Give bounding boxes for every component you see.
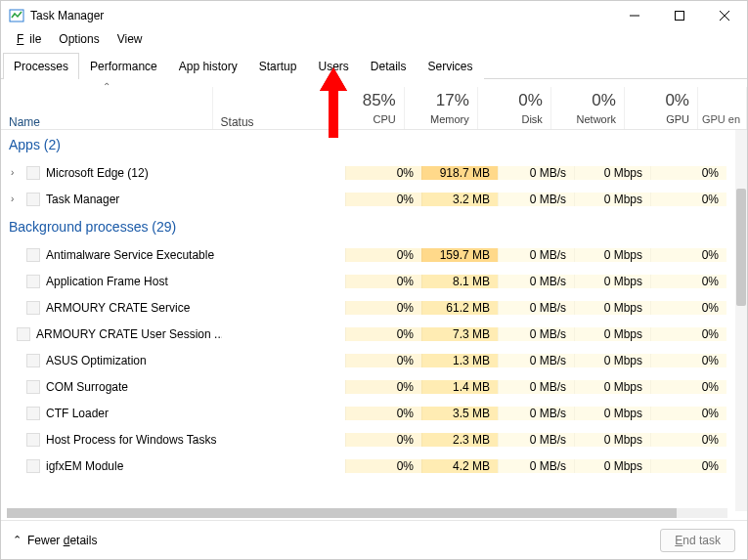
tab-services[interactable]: Services (418, 53, 484, 79)
mem-cell: 1.3 MB (421, 354, 498, 367)
process-icon (26, 380, 40, 394)
tabbar: Processes Performance App history Startu… (1, 52, 747, 79)
gpu-cell: 0% (650, 380, 726, 394)
gpu-usage-pct: 0% (629, 91, 689, 110)
process-icon (26, 354, 40, 367)
table-row[interactable]: ARMOURY CRATE Service0%61.2 MB0 MB/s0 Mb… (1, 294, 747, 321)
process-name: ARMOURY CRATE User Session ... (36, 327, 222, 341)
task-manager-icon (9, 8, 24, 23)
cpu-cell: 0% (345, 275, 421, 288)
col-gpu-engine-header[interactable]: GPU en (698, 87, 747, 129)
net-usage-pct: 0% (555, 91, 616, 110)
table-row[interactable]: Antimalware Service Executable0%159.7 MB… (1, 241, 747, 268)
mem-cell: 4.2 MB (421, 459, 498, 473)
net-cell: 0 Mbps (574, 275, 650, 288)
disk-cell: 0 MB/s (498, 248, 574, 262)
gpu-cell: 0% (650, 301, 726, 315)
process-name: Application Frame Host (46, 275, 168, 288)
tab-performance[interactable]: Performance (79, 53, 168, 79)
gpu-cell: 0% (650, 327, 726, 341)
process-name-cell: Application Frame Host (1, 275, 222, 288)
menu-view[interactable]: View (111, 30, 149, 48)
table-row[interactable]: ARMOURY CRATE User Session ...0%7.3 MB0 … (1, 321, 747, 347)
process-name-cell: CTF Loader (1, 407, 222, 420)
chevron-right-icon[interactable]: › (11, 194, 21, 204)
col-disk-header[interactable]: 0% Disk (478, 87, 551, 129)
disk-cell: 0 MB/s (498, 459, 574, 473)
cpu-usage-pct: 85% (335, 91, 396, 110)
table-row[interactable]: COM Surrogate0%1.4 MB0 MB/s0 Mbps0% (1, 373, 747, 400)
tab-startup[interactable]: Startup (248, 53, 308, 79)
tab-processes[interactable]: Processes (3, 53, 79, 79)
minimize-button[interactable] (612, 1, 657, 30)
process-name: CTF Loader (46, 407, 109, 420)
mem-cell: 3.5 MB (421, 407, 498, 420)
process-icon (26, 407, 40, 420)
menu-options[interactable]: Options (53, 30, 105, 48)
table-row[interactable]: CTF Loader0%3.5 MB0 MB/s0 Mbps0% (1, 400, 747, 426)
process-icon (26, 433, 40, 447)
mem-cell: 159.7 MB (421, 248, 498, 262)
gpu-cell: 0% (650, 433, 726, 447)
end-task-button[interactable]: End task (660, 529, 735, 552)
process-name: Microsoft Edge (12) (46, 166, 149, 180)
tab-app-history[interactable]: App history (168, 53, 248, 79)
process-list: Apps (2) ›Microsoft Edge (12)0%918.7 MB0… (1, 130, 747, 511)
gpu-label: GPU (629, 113, 689, 125)
col-name-header[interactable]: ⌃ Name (1, 87, 213, 129)
group-apps[interactable]: Apps (2) (1, 130, 747, 159)
process-name: ARMOURY CRATE Service (46, 301, 190, 315)
disk-usage-pct: 0% (482, 91, 543, 110)
sort-indicator-icon: ⌃ (103, 81, 110, 92)
table-row[interactable]: Host Process for Windows Tasks0%2.3 MB0 … (1, 426, 747, 452)
table-row[interactable]: ›Task Manager0%3.2 MB0 MB/s0 Mbps0% (1, 186, 747, 212)
process-icon (26, 459, 40, 473)
col-status-label: Status (221, 115, 323, 129)
process-name-cell: Antimalware Service Executable (1, 248, 222, 262)
disk-cell: 0 MB/s (498, 433, 574, 447)
horizontal-scrollbar[interactable] (7, 508, 727, 518)
menubar: File Options View (1, 30, 747, 52)
table-row[interactable]: ›Microsoft Edge (12)0%918.7 MB0 MB/s0 Mb… (1, 159, 747, 186)
col-gpu-header[interactable]: 0% GPU (625, 87, 698, 129)
mem-cell: 1.4 MB (421, 380, 498, 394)
col-status-header[interactable]: Status (213, 87, 331, 129)
gpu-engine-label: GPU en (702, 113, 738, 125)
table-row[interactable]: ASUS Optimization0%1.3 MB0 MB/s0 Mbps0% (1, 347, 747, 373)
col-net-header[interactable]: 0% Network (551, 87, 625, 129)
table-row[interactable]: igfxEM Module0%4.2 MB0 MB/s0 Mbps0% (1, 452, 747, 479)
process-name-cell: igfxEM Module (1, 459, 222, 473)
tab-users[interactable]: Users (307, 53, 359, 79)
col-cpu-header[interactable]: 85% CPU (331, 87, 405, 129)
process-name-cell: Host Process for Windows Tasks (1, 433, 222, 447)
process-icon (26, 248, 40, 262)
process-icon (26, 301, 40, 315)
chevron-right-icon[interactable]: › (11, 167, 21, 178)
disk-cell: 0 MB/s (498, 166, 574, 180)
close-button[interactable] (702, 1, 747, 30)
group-background-label: Background processes (29) (1, 219, 222, 235)
menu-file[interactable]: File (5, 30, 47, 48)
gpu-cell: 0% (650, 354, 726, 367)
tab-details[interactable]: Details (360, 53, 418, 79)
vertical-scrollbar-thumb[interactable] (736, 189, 746, 306)
table-row[interactable]: Application Frame Host0%8.1 MB0 MB/s0 Mb… (1, 268, 747, 294)
window-controls (612, 1, 747, 30)
maximize-button[interactable] (657, 1, 702, 30)
mem-label: Memory (409, 113, 469, 125)
net-cell: 0 Mbps (574, 193, 650, 206)
vertical-scrollbar[interactable] (735, 130, 747, 511)
fewer-details-toggle[interactable]: ⌃ Fewer details (13, 534, 97, 547)
process-name: COM Surrogate (46, 380, 128, 394)
horizontal-scrollbar-thumb[interactable] (7, 508, 677, 518)
process-name: igfxEM Module (46, 459, 123, 473)
gpu-cell: 0% (650, 275, 726, 288)
col-mem-header[interactable]: 17% Memory (405, 87, 478, 129)
group-background[interactable]: Background processes (29) (1, 212, 747, 241)
disk-cell: 0 MB/s (498, 327, 574, 341)
process-name-cell: ASUS Optimization (1, 354, 222, 367)
process-name-cell: ›Task Manager (1, 193, 222, 206)
group-apps-label: Apps (2) (1, 137, 222, 152)
col-name-label: Name (9, 115, 204, 129)
gpu-cell: 0% (650, 166, 726, 180)
